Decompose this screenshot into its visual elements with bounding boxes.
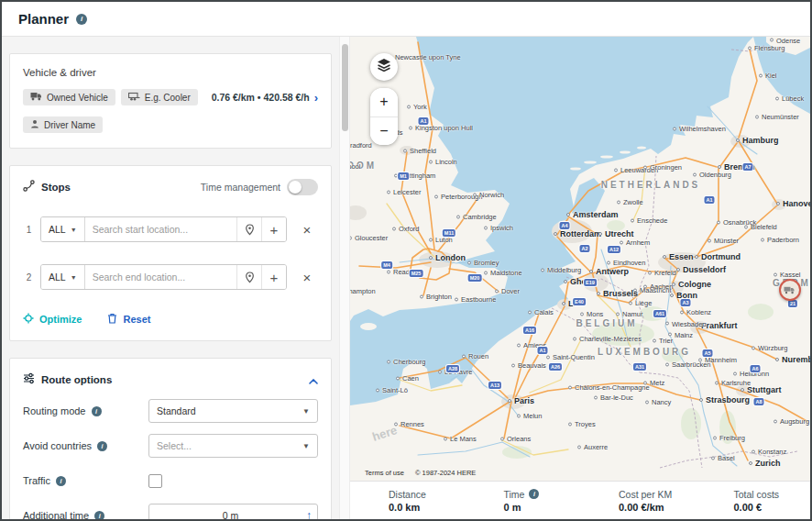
traffic-row: Traffic i [23, 469, 318, 493]
stops-icon [23, 179, 35, 195]
stat-distance: Distance 0.0 km [350, 489, 466, 513]
chevron-down-icon: ▼ [302, 442, 310, 450]
routing-mode-select[interactable]: Standard ▼ [148, 399, 318, 423]
panel-scrollbar[interactable] [339, 37, 350, 519]
avoid-countries-row: Avoid countries i Select... ▼ [23, 434, 318, 458]
time-management-label: Time management [201, 182, 280, 193]
truck-icon [784, 282, 796, 298]
start-location-input[interactable] [85, 217, 236, 241]
truck-icon [30, 92, 42, 103]
zoom-in-button[interactable]: + [370, 88, 398, 116]
optimize-icon [23, 313, 34, 326]
reset-button[interactable]: Reset [107, 313, 150, 326]
route-options-card: Route options Routing mode i Standard ▼ [9, 358, 332, 519]
add-stop-button[interactable]: + [261, 217, 286, 241]
vehicle-chip-label: Owned Vehicle [47, 93, 108, 103]
remove-stop-button[interactable]: × [296, 264, 318, 290]
driver-chip-label: Driver Name [44, 120, 95, 130]
planner-sidebar: Vehicle & driver Owned Vehicle E.g. Cool… [2, 37, 339, 519]
vehicle-card-title: Vehicle & driver [23, 67, 318, 78]
trailer-icon [128, 92, 140, 103]
stops-card: Stops Time management 1 ALL▼ + × [9, 165, 332, 341]
app-header: Planner i [2, 2, 810, 37]
zoom-out-button[interactable]: − [370, 117, 398, 146]
optimize-button[interactable]: Optimize [23, 313, 82, 326]
map-canvas[interactable]: UNITED KINGDOMNETHERLANDSBELGIUMLUXEMBOU… [350, 37, 810, 481]
panel-scrollbar-thumb[interactable] [342, 44, 348, 131]
stop-index: 2 [23, 272, 35, 283]
planner-info-icon[interactable]: i [76, 14, 87, 25]
map-base-layer [350, 37, 810, 481]
pick-on-map-button[interactable] [236, 217, 261, 241]
time-info-icon[interactable]: i [529, 489, 539, 499]
trailer-chip-label: E.g. Cooler [145, 93, 191, 103]
additional-time-value: 0 m [155, 510, 306, 519]
chevron-down-icon: ▼ [71, 227, 77, 233]
traffic-label: Traffic [23, 475, 50, 486]
remove-stop-button[interactable]: × [296, 216, 318, 242]
route-stats-bar: Distance 0.0 km Timei 0 m Cost per KM 0.… [350, 481, 810, 519]
collapse-section-button[interactable] [309, 371, 318, 388]
map-copyright: © 1987-2024 HERE [415, 469, 476, 477]
route-options-title: Route options [41, 374, 112, 385]
vehicle-rate[interactable]: 0.76 €/km • 420.58 €/h › [212, 92, 318, 104]
additional-time-row: Additional time i 0 m ↑ [23, 504, 318, 519]
routing-mode-row: Routing mode i Standard ▼ [23, 399, 318, 423]
stop-row-start: 1 ALL▼ + × [23, 216, 318, 243]
trash-icon [107, 313, 117, 326]
time-management-toggle[interactable] [287, 179, 318, 195]
end-location-input[interactable] [85, 265, 236, 289]
additional-time-label: Additional time [23, 510, 89, 519]
routing-mode-info-icon[interactable]: i [92, 406, 102, 416]
driver-chip[interactable]: Driver Name [23, 116, 103, 133]
traffic-checkbox[interactable] [148, 474, 162, 488]
vehicle-driver-card: Vehicle & driver Owned Vehicle E.g. Cool… [9, 53, 332, 149]
map-attribution: Terms of use © 1987-2024 HERE [365, 469, 476, 477]
sliders-icon [23, 371, 35, 388]
additional-time-stepper[interactable]: 0 m ↑ [148, 504, 318, 519]
terms-of-use-link[interactable]: Terms of use [365, 469, 404, 477]
stepper-up-icon[interactable]: ↑ [306, 509, 312, 519]
stop-filter-dropdown[interactable]: ALL▼ [41, 265, 85, 289]
vehicle-map-marker[interactable] [779, 279, 801, 301]
stat-total-costs: Total costs 0.00 € [696, 489, 811, 513]
add-stop-button[interactable]: + [261, 265, 286, 289]
trailer-chip[interactable]: E.g. Cooler [121, 89, 198, 105]
planner-app: Planner i Vehicle & driver Owned Vehicle… [0, 0, 812, 521]
avoid-countries-select[interactable]: Select... ▼ [148, 434, 318, 458]
vehicle-chip[interactable]: Owned Vehicle [23, 89, 115, 105]
avoid-countries-info-icon[interactable]: i [97, 441, 107, 451]
chevron-down-icon: ▼ [71, 274, 77, 281]
stop-index: 1 [23, 225, 35, 235]
stops-title: Stops [41, 182, 71, 193]
vehicle-rate-text: 0.76 €/km • 420.58 €/h [212, 92, 310, 103]
chevron-down-icon: ▼ [302, 407, 310, 416]
layers-icon [377, 58, 391, 76]
driver-icon [30, 119, 39, 130]
routing-mode-label: Routing mode [23, 405, 86, 416]
additional-time-info-icon[interactable]: i [94, 511, 104, 520]
stop-filter-dropdown[interactable]: ALL▼ [41, 217, 85, 241]
page-title: Planner [18, 11, 69, 27]
pick-on-map-button[interactable] [236, 265, 261, 289]
avoid-countries-label: Avoid countries [23, 440, 92, 451]
map-layers-button[interactable] [370, 53, 398, 81]
chevron-right-icon: › [314, 92, 318, 104]
stop-row-end: 2 ALL▼ + × [23, 263, 318, 291]
traffic-info-icon[interactable]: i [56, 476, 66, 486]
map-zoom-control: + − [370, 88, 398, 145]
stat-time: Timei 0 m [466, 489, 581, 513]
stat-cost-per-km: Cost per KM 0.00 €/km [580, 489, 696, 513]
